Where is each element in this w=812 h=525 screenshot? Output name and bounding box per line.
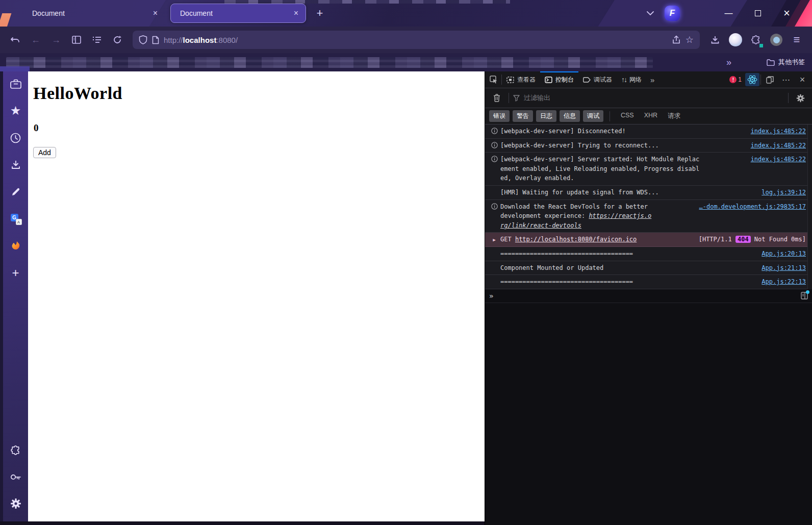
console-network-error-row: ▶GET http://localhost:8080/favicon.ico[H… [485, 233, 812, 247]
console-message-text: [HMR] Waiting for update signal from WDS… [500, 188, 700, 197]
window-minimize-button[interactable]: — [714, 0, 743, 27]
console-level-filter-button[interactable]: 调试 [583, 110, 603, 122]
add-panel-icon[interactable]: + [10, 267, 22, 279]
console-type-filter-button[interactable]: XHR [640, 110, 662, 122]
console-message-text: ==================================== [500, 249, 700, 259]
console-message-row: Component Mounted or UpdatedApp.js:21:13 [485, 261, 812, 276]
tab-close-icon[interactable]: × [292, 9, 300, 18]
profile-avatar[interactable] [726, 31, 745, 48]
reload-button[interactable] [108, 31, 126, 48]
source-location-link[interactable]: index.js:485:22 [751, 141, 806, 151]
message-icon-spacer [488, 249, 500, 250]
react-devtools-icon[interactable] [745, 73, 759, 86]
console-error-badge[interactable]: ! 1 [727, 76, 744, 83]
list-all-tabs-chevron-icon[interactable] [641, 4, 660, 22]
info-icon [488, 127, 500, 134]
bookmarks-star-icon[interactable]: ★ [10, 105, 22, 117]
other-bookmarks-button[interactable]: 其他书签 [767, 55, 805, 69]
window-maximize-button[interactable] [743, 0, 772, 27]
firefox-flame-extension-icon[interactable] [10, 240, 22, 252]
console-message-text: GET http://localhost:8080/favicon.ico[HT… [500, 235, 806, 244]
forward-button[interactable]: → [47, 31, 65, 48]
request-url-link[interactable]: http://localhost:8080/favicon.ico [515, 236, 637, 243]
info-icon [488, 155, 500, 162]
editor-mode-toggle-icon[interactable] [801, 292, 808, 299]
notification-dot [806, 290, 809, 294]
shield-icon[interactable] [139, 35, 147, 44]
devtools-menu-icon[interactable]: ⋯ [778, 71, 794, 88]
console-message-row: [webpack-dev-server] Trying to reconnect… [485, 139, 812, 153]
devtools-tab-console[interactable]: 控制台 [540, 71, 578, 88]
console-message-row: [HMR] Waiting for update signal from WDS… [485, 186, 812, 200]
browser-sidebar: ★ GA + [0, 71, 28, 525]
console-message-row: [webpack-dev-server] Server started: Hot… [485, 153, 812, 186]
split-view-icon[interactable] [67, 31, 86, 48]
devtools-tab-inspector[interactable]: 查看器 [502, 71, 540, 88]
source-location-link[interactable]: App.js:21:13 [762, 263, 806, 273]
console-type-filter-button[interactable]: CSS [616, 110, 639, 122]
devtools-tab-network[interactable]: ↑↓ 网络 [617, 71, 646, 88]
bookmarks-overflow-chevron[interactable]: » [721, 55, 737, 69]
downloads-icon[interactable] [10, 159, 22, 171]
console-level-filter-button[interactable]: 警告 [513, 110, 533, 122]
history-clock-icon[interactable] [10, 132, 22, 144]
expand-arrow-icon[interactable]: ▶ [488, 235, 500, 244]
console-level-filter-button[interactable]: 错误 [489, 110, 510, 122]
new-tab-button[interactable]: + [311, 5, 328, 21]
console-level-filter-button[interactable]: 信息 [560, 110, 580, 122]
element-picker-icon[interactable] [486, 71, 501, 88]
bookmark-star-icon[interactable]: ☆ [686, 34, 694, 45]
devtools-more-tabs-chevron[interactable]: » [646, 76, 658, 84]
source-location-link[interactable]: App.js:22:13 [762, 277, 806, 287]
tab-document-2-active[interactable]: Document × [170, 4, 306, 23]
react-devtools-link[interactable]: https://reactjs.org/link/react-devtools [500, 212, 651, 229]
console-message-text: [webpack-dev-server] Trying to reconnect… [500, 141, 700, 151]
url-bar[interactable]: http://localhost:8080/ ☆ [133, 31, 700, 49]
window-close-button[interactable]: × [772, 0, 801, 27]
passwords-key-icon[interactable] [10, 471, 22, 483]
message-icon-spacer [488, 188, 500, 189]
extensions-puzzle-icon[interactable] [10, 444, 22, 457]
tab-title: Document [32, 9, 65, 17]
devtools-tab-debugger[interactable]: 调试器 [578, 71, 617, 88]
other-bookmarks-label: 其他书签 [778, 58, 805, 67]
notes-pencil-icon[interactable] [10, 186, 22, 198]
info-icon [488, 202, 500, 210]
extensions-puzzle-icon[interactable] [747, 31, 765, 48]
console-settings-gear-icon[interactable] [793, 90, 808, 106]
page-info-icon[interactable] [152, 36, 159, 44]
source-location-link[interactable]: App.js:20:13 [762, 249, 806, 259]
responsive-mode-icon[interactable] [762, 71, 777, 88]
console-input-row[interactable]: » [485, 289, 812, 303]
devtools-close-icon[interactable]: × [795, 71, 810, 88]
message-icon-spacer [488, 277, 500, 278]
add-button[interactable]: Add [33, 147, 56, 158]
reader-list-icon[interactable] [88, 31, 106, 48]
console-message-row: ====================================App.… [485, 275, 812, 289]
console-type-filter-button[interactable]: 请求 [663, 110, 685, 122]
translate-extension-icon[interactable]: GA [10, 213, 22, 225]
console-level-filter-button[interactable]: 日志 [536, 110, 556, 122]
source-location-link[interactable]: index.js:485:22 [751, 127, 806, 136]
back-button[interactable]: ← [27, 31, 45, 48]
share-icon[interactable] [672, 35, 681, 44]
source-location-link[interactable]: …-dom.development.js:29835:17 [699, 202, 806, 212]
floorp-logo-icon[interactable]: F [663, 5, 681, 21]
settings-gear-icon[interactable] [10, 497, 22, 510]
console-filter-input[interactable]: 过滤输出 [513, 93, 784, 103]
hamburger-menu-icon[interactable]: ≡ [788, 31, 806, 48]
tab-close-icon[interactable]: × [151, 9, 160, 18]
address-text[interactable]: http://localhost:8080/ [164, 36, 667, 44]
console-message-text: Component Mounted or Updated [500, 263, 700, 273]
network-arrows-icon: ↑↓ [621, 76, 626, 84]
clear-console-trash-icon[interactable] [489, 90, 504, 106]
undo-back-icon[interactable] [6, 31, 24, 48]
account-circle-icon[interactable] [767, 31, 785, 48]
sidebar-bottom-group [10, 444, 22, 510]
bookmarks-bar: » 其他书签 [0, 53, 812, 71]
toolbox-icon[interactable] [10, 78, 22, 90]
downloads-icon[interactable] [706, 31, 724, 48]
tab-document-1[interactable]: Document × [23, 4, 165, 23]
source-location-link[interactable]: log.js:39:12 [762, 188, 806, 197]
source-location-link[interactable]: index.js:485:22 [751, 155, 806, 164]
